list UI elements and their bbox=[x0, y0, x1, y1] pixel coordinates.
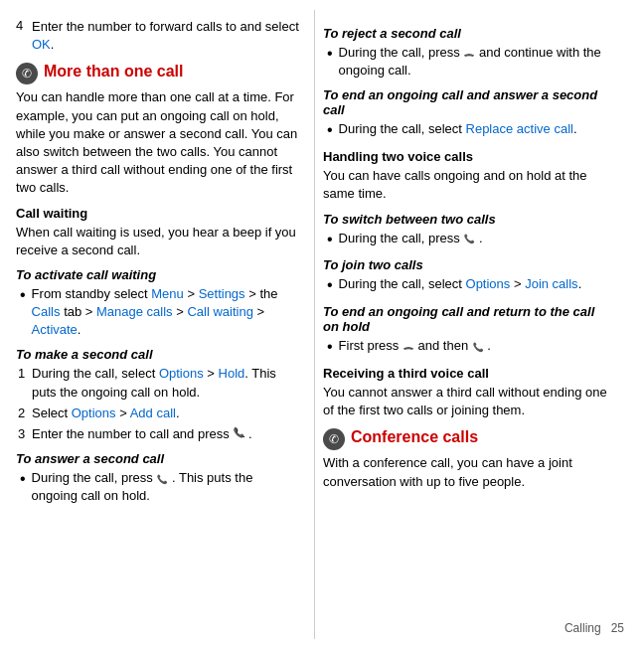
join-two-calls-title: To join two calls bbox=[323, 257, 612, 272]
conference-calls-body: With a conference call, you can have a j… bbox=[323, 454, 612, 490]
receiving-third-call-title: Receiving a third voice call bbox=[323, 366, 612, 381]
bullet-icon-7: • bbox=[327, 337, 333, 358]
right-column: To reject a second call • During the cal… bbox=[314, 10, 628, 639]
bullet-icon-2: • bbox=[20, 469, 26, 490]
join-two-calls-text: During the call, select Options > Join c… bbox=[339, 275, 582, 293]
footer-label: Calling bbox=[564, 621, 601, 635]
bullet-icon-5: • bbox=[327, 230, 333, 250]
end-call-icon-1 bbox=[463, 48, 475, 60]
reject-second-call-bullet: • During the call, press and continue wi… bbox=[327, 44, 612, 80]
make-second-call-title: To make a second call bbox=[16, 347, 302, 362]
handling-two-voice-calls-body: You can have calls ongoing and on hold a… bbox=[323, 167, 612, 203]
activate-call-waiting-title: To activate call waiting bbox=[16, 267, 302, 282]
options-link-1[interactable]: Options bbox=[159, 366, 204, 381]
bullet-icon-3: • bbox=[327, 44, 333, 65]
menu-link[interactable]: Menu bbox=[151, 286, 184, 301]
calls-link[interactable]: Calls bbox=[32, 304, 61, 319]
settings-link[interactable]: Settings bbox=[199, 286, 245, 301]
hold-link[interactable]: Hold bbox=[219, 366, 245, 381]
page: 4 Enter the number to forward calls to a… bbox=[0, 0, 644, 649]
make-second-step-3: 3 Enter the number to call and press . bbox=[18, 425, 302, 443]
reject-second-call-text: During the call, press and continue with… bbox=[339, 44, 612, 80]
bullet-icon-6: • bbox=[327, 275, 333, 296]
step-4-text: Enter the number to forward calls to and… bbox=[32, 18, 302, 54]
step-num-2: 2 bbox=[18, 405, 32, 422]
call-waiting-link[interactable]: Call waiting bbox=[187, 304, 252, 319]
activate-link[interactable]: Activate bbox=[32, 322, 78, 337]
make-second-step-2-text: Select Options > Add call. bbox=[32, 405, 180, 422]
more-than-one-call-title: More than one call bbox=[44, 62, 183, 82]
left-column: 4 Enter the number to forward calls to a… bbox=[0, 10, 314, 639]
bullet-icon-4: • bbox=[327, 120, 333, 141]
conference-phone-icon: ✆ bbox=[323, 428, 345, 450]
step-number-4: 4 bbox=[16, 18, 32, 33]
answer-call-icon bbox=[156, 473, 168, 485]
more-than-one-call-header: ✆ More than one call bbox=[16, 62, 302, 84]
footer: Calling 25 bbox=[564, 621, 624, 635]
end-return-bullet: • First press and then . bbox=[327, 337, 612, 358]
end-return-title: To end an ongoing call and return to the… bbox=[323, 304, 612, 334]
conference-calls-title: Conference calls bbox=[351, 427, 478, 448]
footer-page-number: 25 bbox=[611, 621, 624, 635]
step-num-3: 3 bbox=[18, 425, 32, 443]
end-answer-bullet: • During the call, select Replace active… bbox=[327, 120, 612, 141]
replace-active-call-link[interactable]: Replace active call bbox=[466, 121, 573, 136]
answer-second-call-bullet: • During the call, press . This puts the… bbox=[20, 469, 302, 505]
ok-link[interactable]: OK bbox=[32, 37, 51, 52]
call-button-icon bbox=[233, 426, 244, 438]
make-second-step-1-text: During the call, select Options > Hold. … bbox=[32, 365, 302, 401]
answer-second-call-text: During the call, press . This puts the o… bbox=[32, 469, 302, 505]
join-two-calls-bullet: • During the call, select Options > Join… bbox=[327, 275, 612, 296]
options-link-2[interactable]: Options bbox=[72, 406, 116, 420]
reject-second-call-title: To reject a second call bbox=[323, 26, 612, 41]
switch-between-calls-title: To switch between two calls bbox=[323, 212, 612, 227]
more-than-one-call-body: You can handle more than one call at a t… bbox=[16, 88, 302, 197]
add-call-link[interactable]: Add call bbox=[130, 406, 176, 420]
step-4: 4 Enter the number to forward calls to a… bbox=[16, 18, 302, 54]
make-second-step-1: 1 During the call, select Options > Hold… bbox=[18, 365, 302, 401]
switch-between-calls-text: During the call, press . bbox=[339, 230, 483, 247]
conference-calls-header: ✆ Conference calls bbox=[323, 427, 612, 450]
switch-call-icon bbox=[463, 233, 475, 244]
end-call-icon-2 bbox=[402, 341, 414, 353]
answer-second-call-title: To answer a second call bbox=[16, 451, 302, 466]
manage-calls-link[interactable]: Manage calls bbox=[96, 304, 173, 319]
receiving-third-call-body: You cannot answer a third call without e… bbox=[323, 384, 612, 419]
make-second-step-3-text: Enter the number to call and press . bbox=[32, 425, 252, 443]
phone-icon: ✆ bbox=[16, 63, 38, 84]
step-num-1: 1 bbox=[18, 365, 32, 383]
end-answer-title: To end an ongoing call and answer a seco… bbox=[323, 87, 612, 117]
switch-between-calls-bullet: • During the call, press . bbox=[327, 230, 612, 250]
join-calls-link[interactable]: Join calls bbox=[525, 276, 577, 291]
call-waiting-body: When call waiting is used, you hear a be… bbox=[16, 224, 302, 259]
end-return-text: First press and then . bbox=[339, 337, 491, 355]
bullet-icon: • bbox=[20, 285, 26, 306]
activate-call-waiting-text: From standby select Menu > Settings > th… bbox=[32, 285, 302, 340]
activate-call-waiting-bullet: • From standby select Menu > Settings > … bbox=[20, 285, 302, 340]
end-answer-text: During the call, select Replace active c… bbox=[339, 120, 577, 138]
answer-call-icon-2 bbox=[472, 341, 484, 353]
handling-two-voice-calls-title: Handling two voice calls bbox=[323, 149, 612, 164]
make-second-step-2: 2 Select Options > Add call. bbox=[18, 405, 302, 422]
call-waiting-title: Call waiting bbox=[16, 206, 302, 221]
options-link-3[interactable]: Options bbox=[466, 276, 511, 291]
